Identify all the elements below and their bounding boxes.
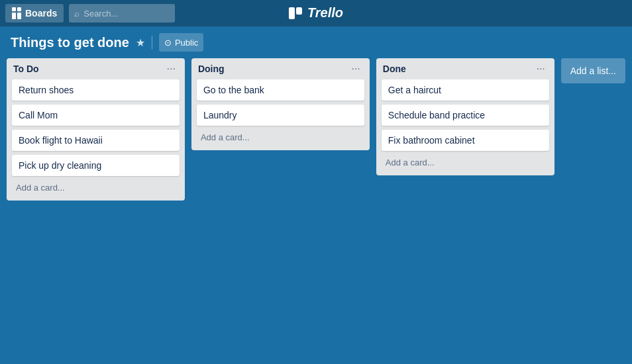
visibility-button[interactable]: ⊙ Public (159, 33, 203, 52)
globe-icon: ⊙ (164, 38, 172, 48)
card-todo-0[interactable]: Return shoes (12, 79, 180, 101)
boards-button[interactable]: Boards (5, 4, 64, 23)
list-title-doing: Doing (198, 64, 225, 74)
search-input[interactable] (83, 9, 163, 19)
visibility-label: Public (175, 38, 198, 48)
list-done: Done···Get a haircutSchedule band practi… (376, 58, 554, 175)
list-menu-button-done[interactable]: ··· (533, 64, 547, 74)
card-doing-0[interactable]: Go to the bank (197, 79, 364, 101)
trello-logo-icon (289, 7, 303, 19)
board-title: Things to get done (11, 35, 129, 50)
card-doing-1[interactable]: Laundry (197, 105, 364, 126)
logo: Trello (289, 5, 343, 21)
card-done-1[interactable]: Schedule band practice (382, 105, 549, 126)
list-header-done: Done··· (382, 64, 549, 74)
list-doing: Doing···Go to the bankLaundryAdd a card.… (191, 58, 370, 150)
board-header: Things to get done ★ ⊙ Public (0, 26, 632, 58)
topnav: Boards ⌕ Trello (0, 0, 632, 26)
add-card-button-doing[interactable]: Add a card... (197, 130, 364, 145)
card-done-2[interactable]: Fix bathroom cabinet (382, 130, 549, 151)
logo-text: Trello (307, 5, 343, 21)
list-menu-button-doing[interactable]: ··· (348, 64, 362, 74)
card-todo-1[interactable]: Call Mom (12, 105, 180, 126)
card-done-0[interactable]: Get a haircut (382, 79, 549, 101)
boards-icon (12, 7, 21, 19)
list-header-todo: To Do··· (12, 64, 180, 74)
add-list-button[interactable]: Add a list... (561, 58, 625, 83)
list-header-doing: Doing··· (197, 64, 364, 74)
card-todo-2[interactable]: Book flight to Hawaii (12, 130, 180, 151)
add-card-button-done[interactable]: Add a card... (382, 155, 549, 170)
search-icon: ⌕ (74, 9, 79, 19)
list-title-done: Done (383, 64, 406, 74)
list-todo: To Do···Return shoesCall MomBook flight … (7, 58, 185, 201)
search-bar[interactable]: ⌕ (69, 4, 175, 23)
card-todo-3[interactable]: Pick up dry cleaning (12, 155, 180, 176)
add-card-button-todo[interactable]: Add a card... (12, 180, 180, 195)
lists-area: To Do···Return shoesCall MomBook flight … (0, 58, 632, 201)
header-divider (152, 36, 152, 49)
boards-label: Boards (25, 8, 57, 19)
list-menu-button-todo[interactable]: ··· (164, 64, 178, 74)
star-icon[interactable]: ★ (136, 36, 145, 49)
list-title-todo: To Do (13, 64, 39, 74)
